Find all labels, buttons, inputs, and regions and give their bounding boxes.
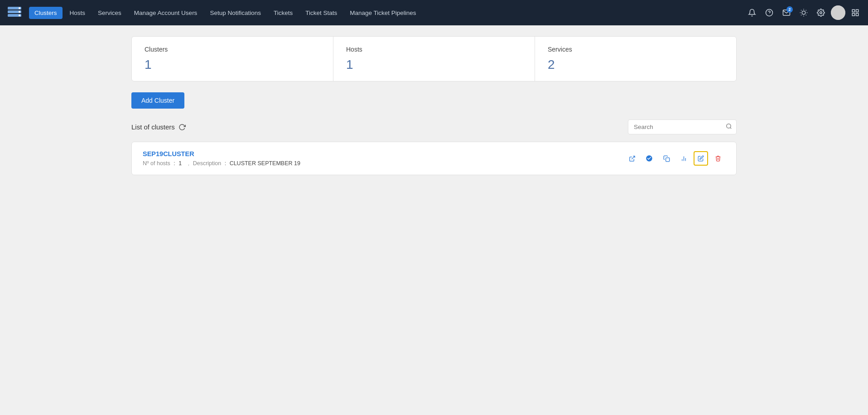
stat-cards: Clusters 1 Hosts 1 Services 2	[131, 36, 737, 81]
cluster-list: SEP19CLUSTER Nº of hosts : 1 , Descripti…	[131, 142, 737, 175]
chart-button[interactable]	[676, 151, 691, 166]
cluster-name[interactable]: SEP19CLUSTER	[143, 150, 625, 157]
nav-clusters[interactable]: Clusters	[29, 7, 63, 19]
list-title: List of clusters	[131, 123, 175, 131]
nav-tickets[interactable]: Tickets	[268, 7, 298, 19]
stat-clusters-value: 1	[145, 57, 320, 72]
notifications-icon[interactable]	[745, 5, 759, 20]
settings-icon[interactable]	[814, 5, 828, 20]
stat-clusters-label: Clusters	[145, 46, 320, 53]
nav-services[interactable]: Services	[92, 7, 127, 19]
hosts-colon: :	[174, 160, 177, 167]
edit-button[interactable]	[694, 151, 708, 166]
description-label: Description	[193, 160, 222, 167]
main-content: Clusters 1 Hosts 1 Services 2 Add Cluste…	[117, 25, 751, 186]
help-icon[interactable]	[762, 5, 776, 20]
refresh-button[interactable]	[178, 124, 186, 131]
app-logo	[5, 4, 24, 22]
nav-manage-ticket-pipelines[interactable]: Manage Ticket Pipelines	[344, 7, 421, 19]
stat-card-services: Services 2	[535, 37, 736, 81]
navbar-icons: 2	[745, 5, 863, 20]
cluster-info: SEP19CLUSTER Nº of hosts : 1 , Descripti…	[143, 150, 625, 167]
check-button[interactable]	[642, 151, 656, 166]
stat-services-label: Services	[548, 46, 723, 53]
hosts-count: 1	[178, 160, 182, 167]
stat-card-hosts: Hosts 1	[333, 37, 535, 81]
nav-hosts[interactable]: Hosts	[64, 7, 91, 19]
svg-rect-19	[856, 10, 858, 12]
nav-ticket-stats[interactable]: Ticket Stats	[300, 7, 342, 19]
theme-icon[interactable]	[796, 5, 811, 20]
search-container	[628, 119, 737, 134]
svg-point-17	[820, 12, 822, 14]
user-avatar[interactable]	[831, 5, 845, 20]
copy-button[interactable]	[659, 151, 674, 166]
stat-services-value: 2	[548, 57, 723, 72]
cluster-meta: Nº of hosts : 1 , Description : CLUSTER …	[143, 160, 625, 167]
cluster-actions	[625, 151, 725, 166]
search-input[interactable]	[628, 119, 737, 134]
messages-icon[interactable]: 2	[779, 5, 794, 20]
hosts-label: Nº of hosts	[143, 160, 170, 167]
svg-line-11	[801, 10, 801, 10]
open-external-button[interactable]	[625, 151, 639, 166]
svg-rect-21	[856, 14, 858, 16]
nav-setup-notifications[interactable]: Setup Notifications	[204, 7, 266, 19]
list-title-row: List of clusters	[131, 123, 186, 131]
svg-point-4	[19, 11, 20, 13]
svg-line-12	[806, 15, 806, 15]
stat-card-clusters: Clusters 1	[132, 37, 333, 81]
meta-separator: ,	[188, 160, 191, 167]
messages-badge: 2	[786, 6, 793, 13]
svg-point-3	[19, 7, 20, 9]
svg-line-24	[632, 156, 635, 159]
svg-rect-18	[852, 10, 854, 12]
cluster-description: CLUSTER SEPTEMBER 19	[230, 160, 300, 167]
stat-hosts-value: 1	[346, 57, 522, 72]
stat-hosts-label: Hosts	[346, 46, 522, 53]
add-cluster-button[interactable]: Add Cluster	[131, 92, 184, 109]
delete-button[interactable]	[711, 151, 725, 166]
svg-point-8	[802, 11, 805, 14]
list-header: List of clusters	[131, 119, 737, 134]
svg-point-5	[19, 14, 20, 16]
grid-icon[interactable]	[848, 5, 863, 20]
svg-rect-25	[665, 157, 669, 161]
desc-colon: :	[225, 160, 228, 167]
svg-line-16	[806, 10, 806, 10]
svg-rect-20	[852, 14, 854, 16]
svg-line-15	[801, 15, 801, 15]
table-row: SEP19CLUSTER Nº of hosts : 1 , Descripti…	[132, 142, 736, 175]
nav-manage-account-users[interactable]: Manage Account Users	[129, 7, 203, 19]
navbar: Clusters Hosts Services Manage Account U…	[0, 0, 868, 25]
